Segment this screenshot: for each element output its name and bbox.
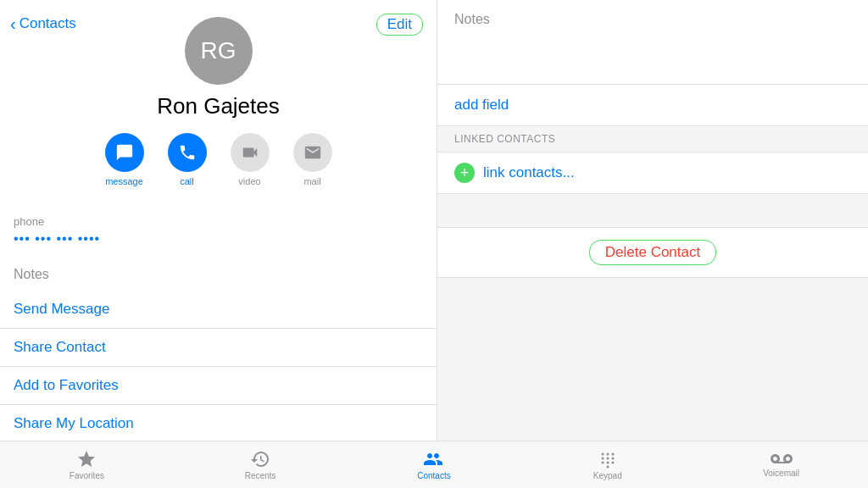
recents-icon bbox=[250, 449, 270, 469]
link-contacts-label: link contacts... bbox=[483, 164, 575, 181]
svg-point-9 bbox=[606, 466, 609, 469]
left-panel: ‹ Contacts Edit RG Ron Gajetes message bbox=[0, 0, 437, 441]
tab-keypad-label: Keypad bbox=[593, 471, 622, 480]
action-buttons-row: message call video bbox=[105, 133, 332, 186]
right-panel: Notes add field LINKED CONTACTS + link c… bbox=[437, 0, 868, 441]
message-icon bbox=[115, 143, 134, 162]
tab-contacts[interactable]: Contacts bbox=[348, 449, 521, 480]
back-chevron-icon: ‹ bbox=[10, 15, 16, 32]
contact-name: Ron Gajetes bbox=[157, 93, 280, 119]
svg-point-5 bbox=[611, 458, 614, 460]
phone-section: phone ••• ••• ••• •••• bbox=[0, 207, 437, 255]
voicemail-icon bbox=[770, 452, 793, 467]
video-icon-bg bbox=[231, 133, 270, 172]
mail-label: mail bbox=[303, 176, 320, 186]
notes-title-right: Notes bbox=[454, 12, 851, 27]
keypad-icon bbox=[598, 449, 618, 469]
delete-contact-button[interactable]: Delete Contact bbox=[589, 240, 716, 265]
back-button[interactable]: ‹ Contacts bbox=[10, 15, 76, 32]
tab-keypad[interactable]: Keypad bbox=[520, 449, 694, 480]
plus-icon: + bbox=[454, 163, 475, 183]
call-icon-bg bbox=[168, 133, 207, 172]
tab-recents-label: Recents bbox=[245, 471, 276, 480]
svg-point-8 bbox=[611, 462, 614, 464]
notes-label-left: Notes bbox=[0, 255, 437, 291]
action-links: Send Message Share Contact Add to Favori… bbox=[0, 291, 437, 441]
tab-voicemail-label: Voicemail bbox=[763, 469, 799, 478]
video-label: video bbox=[238, 176, 260, 186]
edit-button-label: Edit bbox=[387, 16, 412, 32]
call-icon bbox=[178, 143, 197, 162]
back-button-label: Contacts bbox=[19, 15, 76, 32]
spacer-1 bbox=[437, 194, 868, 228]
add-to-favorites-link[interactable]: Add to Favorites bbox=[0, 367, 437, 405]
svg-point-0 bbox=[601, 453, 604, 456]
add-field-link[interactable]: add field bbox=[454, 97, 509, 113]
video-action[interactable]: video bbox=[231, 133, 270, 186]
svg-point-1 bbox=[606, 453, 609, 456]
phone-value: ••• ••• ••• •••• bbox=[14, 231, 423, 247]
tab-bar: Favorites Recents Contacts Keypad Voicem… bbox=[0, 441, 868, 488]
tab-contacts-label: Contacts bbox=[417, 471, 450, 480]
share-my-location-link[interactable]: Share My Location bbox=[0, 405, 437, 441]
tab-recents[interactable]: Recents bbox=[174, 449, 348, 480]
video-icon bbox=[241, 143, 259, 162]
svg-point-2 bbox=[611, 453, 614, 456]
tab-favorites[interactable]: Favorites bbox=[0, 449, 174, 480]
svg-point-4 bbox=[606, 458, 609, 460]
phone-label: phone bbox=[14, 215, 423, 228]
send-message-link[interactable]: Send Message bbox=[0, 291, 437, 329]
delete-section: Delete Contact bbox=[437, 228, 868, 278]
message-icon-bg bbox=[105, 133, 144, 172]
tab-favorites-label: Favorites bbox=[70, 471, 104, 480]
mail-icon-bg bbox=[293, 133, 332, 172]
linked-contacts-header: LINKED CONTACTS bbox=[437, 126, 868, 152]
contacts-icon bbox=[423, 449, 445, 469]
svg-point-6 bbox=[601, 462, 604, 464]
avatar: RG bbox=[185, 17, 253, 85]
spacer-2 bbox=[437, 278, 868, 441]
favorites-icon bbox=[76, 449, 97, 469]
mail-icon bbox=[303, 143, 322, 162]
link-contacts-row[interactable]: + link contacts... bbox=[437, 152, 868, 194]
message-label: message bbox=[105, 176, 143, 186]
notes-section-right: Notes bbox=[437, 0, 868, 85]
mail-action[interactable]: mail bbox=[293, 133, 332, 186]
share-contact-link[interactable]: Share Contact bbox=[0, 329, 437, 367]
svg-point-3 bbox=[601, 458, 604, 460]
add-field-section[interactable]: add field bbox=[437, 85, 868, 126]
edit-button[interactable]: Edit bbox=[376, 14, 423, 36]
contact-header: ‹ Contacts Edit RG Ron Gajetes message bbox=[0, 0, 437, 207]
message-action[interactable]: message bbox=[105, 133, 144, 186]
avatar-initials: RG bbox=[201, 37, 236, 64]
tab-voicemail[interactable]: Voicemail bbox=[694, 452, 868, 478]
svg-point-7 bbox=[606, 462, 609, 464]
call-action[interactable]: call bbox=[168, 133, 207, 186]
call-label: call bbox=[180, 176, 194, 186]
